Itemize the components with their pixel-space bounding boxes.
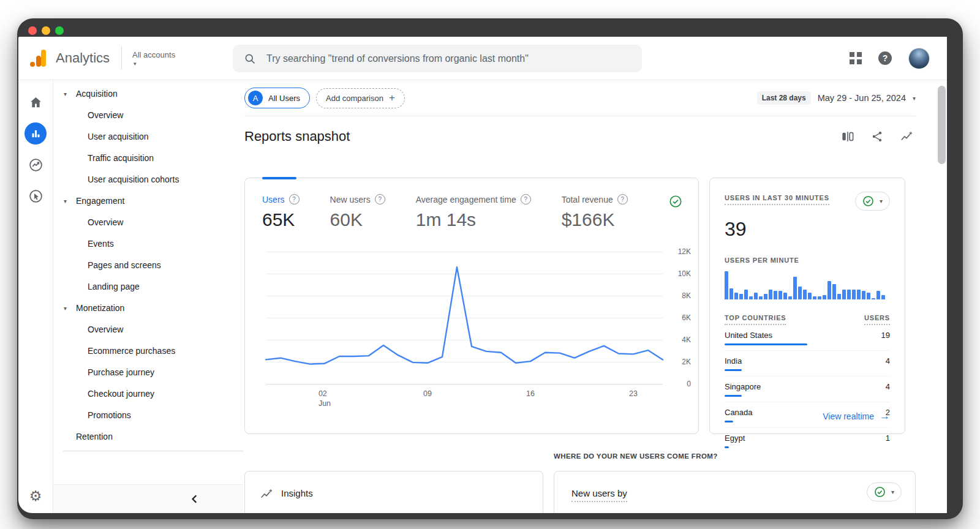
metric-help-icon[interactable]: ? [521,194,531,204]
metric-help-icon[interactable]: ? [375,194,385,204]
sidebar-item-purchase-journey[interactable]: Purchase journey [53,361,243,383]
sidebar-item-promotions[interactable]: Promotions [53,404,243,426]
close-window-button[interactable] [28,26,37,35]
sidebar-item-pages-and-screens[interactable]: Pages and screens [53,254,243,276]
date-range-picker[interactable]: Last 28 days May 29 - Jun 25, 2024 ▾ [757,91,916,105]
realtime-status-pill[interactable]: ▾ [855,192,890,211]
sidebar-item-events[interactable]: Events [53,233,243,254]
x-tick-label: 16 [526,389,535,399]
all-users-badge: A [248,91,263,105]
users-per-minute-bar-chart[interactable] [725,271,890,299]
metric-value: 1m 14s [416,209,531,230]
sidebar-item-traffic-acquisition[interactable]: Traffic acquisition [53,147,243,168]
sidebar-item-overview[interactable]: Overview [53,211,243,233]
share-report-icon[interactable] [871,130,883,143]
metric-tab-new-users[interactable]: New users?60K [330,194,385,230]
per-minute-bar [788,296,792,299]
new-users-by-label[interactable]: New users by [571,488,627,502]
country-row-united-states[interactable]: United States19 [725,325,890,351]
data-quality-check-icon[interactable] [669,195,682,211]
users-line-chart[interactable] [266,252,663,384]
country-row-singapore[interactable]: Singapore4 [725,377,890,402]
new-users-status-pill[interactable]: ▾ [867,482,902,501]
secondary-cards-row: Insights WHERE DO YOUR NEW USERS COME FR… [244,452,916,513]
country-row-egypt[interactable]: Egypt1 [725,428,890,448]
sidebar-section-retention[interactable]: Retention [53,426,243,447]
arrow-right-icon: → [880,410,890,422]
help-icon[interactable]: ? [878,51,892,65]
country-row-india[interactable]: India4 [725,351,890,377]
account-switcher[interactable]: All accounts ▾ [132,50,175,66]
report-action-icons [841,130,913,143]
per-minute-bar [876,291,880,299]
sidebar-section-acquisition[interactable]: ▾Acquisition [53,83,243,104]
country-line: United States19 [725,331,890,340]
advertising-nav-icon[interactable] [24,185,47,207]
zoom-window-button[interactable] [55,26,64,35]
all-users-chip-label: All Users [268,94,300,103]
view-realtime-link[interactable]: View realtime → [823,410,890,422]
metric-value: 60K [330,209,385,230]
sidebar-item-overview[interactable]: Overview [53,104,243,126]
per-minute-bar [872,298,875,299]
analytics-app: Analytics All accounts ▾ ? [18,37,947,513]
country-line: Egypt1 [725,433,890,443]
realtime-header: USERS IN LAST 30 MINUTES ▾ [725,194,890,211]
metric-value: 65K [262,209,300,230]
x-tick-day: 02 [318,389,331,399]
insights-card[interactable]: Insights [244,471,543,513]
sidebar-item-checkout-journey[interactable]: Checkout journey [53,383,243,404]
metric-label: Total revenue [562,195,613,204]
all-users-segment-chip[interactable]: A All Users [244,88,310,108]
active-metric-tab-indicator [262,177,296,179]
date-caret-icon: ▾ [913,95,916,102]
explore-nav-icon[interactable] [24,154,47,176]
collapse-nav-chevron-icon[interactable] [190,494,199,504]
add-comparison-chip[interactable]: Add comparison + [316,88,405,108]
metric-tab-total-revenue[interactable]: Total revenue?$166K [562,194,628,230]
top-countries-table-head: TOP COUNTRIES USERS [725,314,890,325]
sidebar-item-ecommerce-purchases[interactable]: Ecommerce purchases [53,340,243,361]
add-comparison-label: Add comparison [326,94,383,103]
minimize-window-button[interactable] [42,26,50,35]
sidebar-item-user-acquisition[interactable]: User acquisition [53,126,243,147]
global-search[interactable] [233,45,642,72]
main-content: A All Users Add comparison + Last 28 day… [243,80,947,513]
metric-help-icon[interactable]: ? [289,194,300,204]
reports-nav-icon[interactable] [24,122,47,144]
date-preset-chip: Last 28 days [757,91,811,105]
sidebar-item-landing-page[interactable]: Landing page [53,276,243,297]
pill-caret-icon: ▾ [891,489,894,495]
y-tick-label: 12K [678,247,691,256]
country-name: United States [725,331,772,340]
vertical-scrollbar-thumb[interactable] [938,86,946,164]
analytics-logo-group[interactable]: Analytics [18,49,110,67]
sidebar-item-user-acquisition-cohorts[interactable]: User acquisition cohorts [53,168,243,190]
country-line: Singapore4 [725,382,890,391]
window-traffic-lights[interactable] [28,26,64,35]
search-input[interactable] [265,53,631,65]
sidebar-item-overview[interactable]: Overview [53,318,243,340]
pill-caret-icon: ▾ [880,198,883,204]
country-users-value: 1 [886,433,890,443]
per-minute-bar [798,287,802,299]
customize-report-icon[interactable] [841,130,854,143]
per-minute-bar [818,296,821,299]
account-avatar[interactable] [908,48,930,69]
sidebar-section-engagement[interactable]: ▾Engagement [53,190,243,211]
metric-tab-average-engagement-time[interactable]: Average engagement time?1m 14s [416,194,531,230]
x-tick-label: 02Jun [318,389,331,408]
sidebar-section-monetization[interactable]: ▾Monetization [53,297,243,318]
insights-sparkle-icon[interactable] [900,130,913,143]
country-name: Egypt [725,433,745,443]
page-title-row: Reports snapshot [244,129,916,144]
google-apps-grid-icon[interactable] [850,52,862,64]
segment-chips: A All Users Add comparison + [244,88,405,108]
chart-x-axis-labels: 02Jun091623 [266,389,663,410]
metric-help-icon[interactable]: ? [617,194,628,204]
metrics-row: Users?65KNew users?60KAverage engagement… [245,178,698,230]
metric-label-row: Average engagement time? [416,194,531,204]
metric-tab-users[interactable]: Users?65K [262,194,300,230]
admin-gear-icon[interactable]: ⚙ [29,488,42,505]
home-nav-icon[interactable] [24,91,47,113]
